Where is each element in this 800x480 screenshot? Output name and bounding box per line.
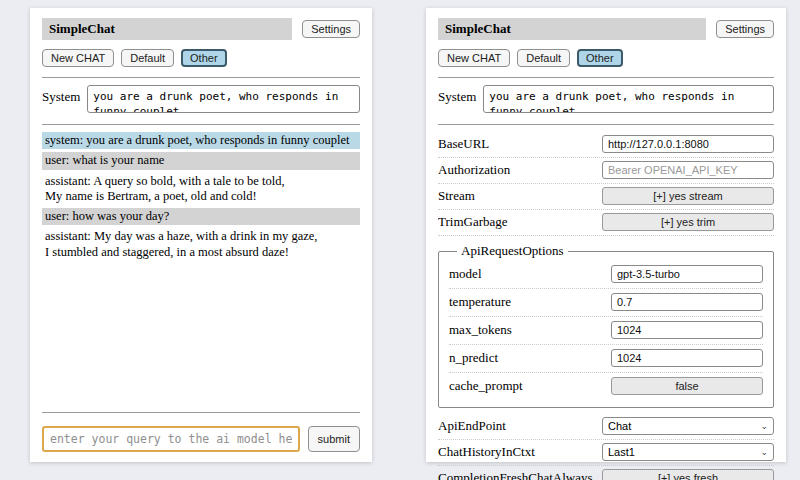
max-tokens-label: max_tokens: [449, 322, 611, 338]
chat-message-assistant: assistant: A query so bold, with a tale …: [42, 173, 360, 206]
new-chat-button[interactable]: New CHAT: [438, 49, 510, 67]
trimgarbage-label: TrimGarbage: [438, 214, 602, 230]
new-chat-button[interactable]: New CHAT: [42, 49, 114, 67]
settings-button[interactable]: Settings: [302, 20, 360, 38]
authorization-label: Authorization: [438, 162, 602, 178]
query-row: submit: [42, 426, 360, 452]
n-predict-label: n_predict: [449, 350, 611, 366]
divider: [42, 77, 360, 78]
app-title: SimpleChat: [42, 18, 292, 40]
model-input[interactable]: [611, 265, 763, 283]
chevron-down-icon: ⌄: [760, 448, 768, 457]
chat-message-user: user: how was your day?: [42, 208, 360, 225]
stream-label: Stream: [438, 188, 602, 204]
max-tokens-input[interactable]: [611, 321, 763, 339]
header-bar: SimpleChat Settings: [42, 18, 360, 40]
stream-toggle-button[interactable]: [+] yes stream: [602, 187, 774, 205]
cache-prompt-label: cache_prompt: [449, 378, 611, 394]
completion-fresh-chat-always-toggle-button[interactable]: [+] yes fresh: [602, 469, 774, 480]
chat-message-list: system: you are a drunk poet, who respon…: [42, 132, 360, 261]
system-prompt-row: System you are a drunk poet, who respond…: [438, 85, 774, 113]
setting-row-cache-prompt: cache_prompt false: [449, 373, 763, 400]
divider: [438, 77, 774, 78]
chevron-down-icon: ⌄: [760, 422, 768, 431]
api-endpoint-select[interactable]: Chat ⌄: [602, 417, 774, 435]
query-input[interactable]: [42, 426, 300, 452]
setting-row-chat-history-in-ctxt: ChatHistoryInCtxt Last1 ⌄: [438, 440, 774, 466]
session-tab-other[interactable]: Other: [181, 49, 227, 67]
chat-history-selected-value: Last1: [608, 446, 635, 458]
submit-button[interactable]: submit: [308, 426, 360, 452]
header-bar: SimpleChat Settings: [438, 18, 774, 40]
session-tab-other[interactable]: Other: [577, 49, 623, 67]
chat-history-in-ctxt-select[interactable]: Last1 ⌄: [602, 443, 774, 461]
setting-row-baseurl: BaseURL: [438, 132, 774, 158]
system-prompt-row: System you are a drunk poet, who respond…: [42, 85, 360, 113]
system-label: System: [438, 85, 476, 105]
empty-space: [42, 261, 360, 409]
model-label: model: [449, 266, 611, 282]
baseurl-input[interactable]: [602, 135, 774, 153]
trimgarbage-toggle-button[interactable]: [+] yes trim: [602, 213, 774, 231]
session-tab-default[interactable]: Default: [121, 49, 174, 67]
chat-message-user: user: what is your name: [42, 152, 360, 169]
api-request-options-legend: ApiRequestOptions: [457, 243, 568, 259]
setting-row-n-predict: n_predict: [449, 345, 763, 373]
temperature-input[interactable]: [611, 293, 763, 311]
settings-button[interactable]: Settings: [716, 20, 774, 38]
baseurl-label: BaseURL: [438, 136, 602, 152]
chat-message-assistant: assistant: My day was a haze, with a dri…: [42, 228, 360, 261]
setting-row-model: model: [449, 261, 763, 289]
divider: [42, 124, 360, 125]
session-tabs: New CHAT Default Other: [438, 49, 774, 67]
divider: [42, 412, 360, 413]
api-endpoint-selected-value: Chat: [608, 420, 631, 432]
chat-history-in-ctxt-label: ChatHistoryInCtxt: [438, 444, 602, 460]
app-title: SimpleChat: [438, 18, 706, 40]
session-tab-default[interactable]: Default: [517, 49, 570, 67]
api-request-options-fieldset: ApiRequestOptions model temperature max_…: [438, 243, 774, 408]
setting-row-trimgarbage: TrimGarbage [+] yes trim: [438, 210, 774, 236]
setting-row-temperature: temperature: [449, 289, 763, 317]
system-prompt-textarea[interactable]: you are a drunk poet, who responds in fu…: [87, 85, 360, 113]
chat-message-system: system: you are a drunk poet, who respon…: [42, 132, 360, 149]
system-label: System: [42, 85, 80, 105]
session-tabs: New CHAT Default Other: [42, 49, 360, 67]
divider: [438, 124, 774, 125]
setting-row-max-tokens: max_tokens: [449, 317, 763, 345]
setting-row-completion-fresh-chat-always: CompletionFreshChatAlways [+] yes fresh: [438, 466, 774, 480]
completion-fresh-chat-always-label: CompletionFreshChatAlways: [438, 470, 602, 480]
settings-panel: SimpleChat Settings New CHAT Default Oth…: [426, 8, 786, 462]
chat-panel: SimpleChat Settings New CHAT Default Oth…: [30, 8, 372, 462]
api-endpoint-label: ApiEndPoint: [438, 418, 602, 434]
n-predict-input[interactable]: [611, 349, 763, 367]
authorization-input[interactable]: [602, 161, 774, 179]
temperature-label: temperature: [449, 294, 611, 310]
system-prompt-textarea[interactable]: you are a drunk poet, who responds in fu…: [483, 85, 774, 113]
setting-row-api-endpoint: ApiEndPoint Chat ⌄: [438, 414, 774, 440]
setting-row-authorization: Authorization: [438, 158, 774, 184]
setting-row-stream: Stream [+] yes stream: [438, 184, 774, 210]
cache-prompt-toggle-button[interactable]: false: [611, 377, 763, 395]
